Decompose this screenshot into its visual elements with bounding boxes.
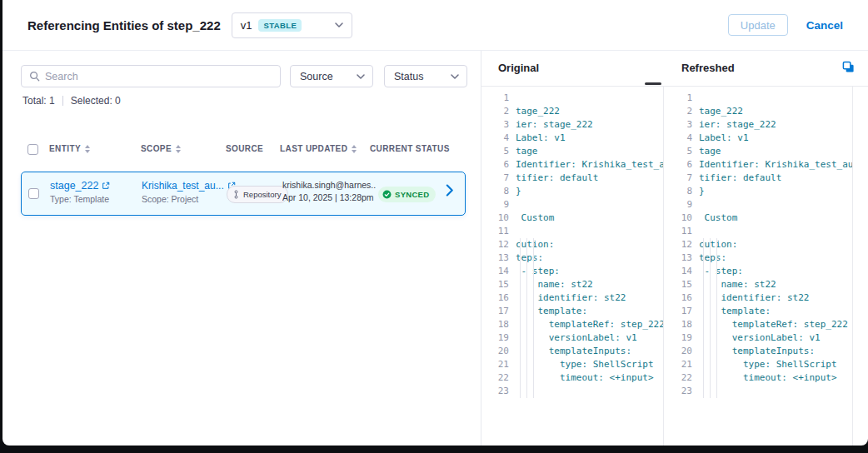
version-select[interactable]: v1 STABLE	[232, 12, 352, 38]
refreshed-code-panel[interactable]: 12tage_2223ier: stage_2224Label: v15tage…	[665, 87, 853, 446]
code-text: - step:	[699, 265, 743, 278]
code-text: tage_222	[516, 105, 560, 118]
column-header-scope: SCOPE	[141, 144, 181, 153]
line-number: 7	[665, 172, 699, 185]
cancel-button[interactable]: Cancel	[806, 14, 843, 36]
select-all-checkbox[interactable]	[27, 144, 38, 155]
code-text: ier: stage_222	[516, 118, 593, 132]
update-button[interactable]: Update	[728, 14, 788, 36]
entity-type: Type: Template	[50, 194, 110, 204]
code-line: 6Identifier: Krishika_test_aut	[481, 158, 663, 172]
code-text: }	[516, 185, 521, 198]
line-number: 11	[665, 225, 699, 238]
code-text: timeout: <+input>	[516, 371, 654, 385]
status-badge: SYNCED	[378, 187, 436, 202]
line-number: 6	[481, 158, 516, 172]
column-header-last-updated: LAST UPDATED	[280, 144, 357, 153]
code-line: 20 templateInputs:	[665, 345, 852, 358]
sort-icon[interactable]	[85, 145, 90, 153]
code-text: Label: v1	[699, 132, 749, 145]
copy-icon[interactable]	[842, 61, 855, 73]
scope-link[interactable]: Krishika_test_au...	[142, 180, 236, 192]
code-text: Label: v1	[516, 132, 566, 145]
table-row[interactable]: stage_222 Type: Template Krishika_test_a…	[21, 172, 466, 216]
line-number: 18	[481, 318, 516, 331]
code-text: Custom	[699, 212, 737, 225]
updated-by: krishika.singh@harnes...	[282, 180, 376, 190]
table-header: ENTITY SCOPE SOURCE LAST UPDATED CURRENT…	[2, 144, 481, 159]
code-text: Identifier: Krishika_test_aut	[699, 158, 853, 172]
status-filter-select[interactable]: Status	[384, 65, 467, 87]
code-line: 14 - step:	[665, 265, 852, 278]
code-text: templateRef: step_222	[516, 318, 664, 331]
code-text: ier: stage_222	[699, 118, 776, 132]
status-filter-label: Status	[394, 71, 423, 82]
version-label: v1	[241, 19, 252, 32]
code-line: 17 template:	[481, 305, 663, 318]
code-line: 18 templateRef: step_222	[481, 318, 663, 331]
line-number: 6	[665, 158, 699, 172]
line-number: 4	[665, 132, 699, 145]
stable-badge: STABLE	[258, 19, 302, 32]
line-number: 7	[481, 172, 516, 185]
code-line: 23	[481, 385, 663, 398]
external-link-icon	[102, 182, 110, 190]
code-line: 9	[665, 198, 852, 212]
updated-at: Apr 10, 2025 | 13:28pm	[282, 192, 376, 202]
referencing-entities-modal: Referencing Entities of step_222 v1 STAB…	[2, 0, 868, 446]
entities-panel: Source Status Total: 1 Selected: 0	[2, 51, 481, 446]
code-line: 6Identifier: Krishika_test_aut	[665, 158, 852, 172]
original-title: Original	[498, 62, 539, 74]
sort-icon[interactable]	[176, 145, 181, 153]
indent-guide	[716, 238, 717, 398]
code-line: 5tage	[665, 145, 852, 158]
source-filter-select[interactable]: Source	[290, 65, 373, 87]
scope-cell: Krishika_test_au... Scope: Project	[142, 180, 236, 204]
modal-title: Referencing Entities of step_222	[27, 18, 221, 32]
sort-icon[interactable]	[352, 145, 357, 153]
modal-header: Referencing Entities of step_222 v1 STAB…	[2, 0, 868, 51]
line-number: 10	[665, 212, 699, 225]
diff-header: Original Refreshed	[481, 51, 868, 87]
line-number: 22	[665, 371, 699, 385]
code-line: 22 timeout: <+input>	[481, 371, 663, 385]
line-number: 1	[481, 92, 516, 105]
search-icon	[29, 71, 40, 82]
line-number: 3	[481, 118, 516, 132]
search-input[interactable]	[45, 71, 272, 82]
code-text: type: ShellScript	[516, 358, 654, 371]
line-number: 23	[481, 385, 516, 398]
chevron-right-icon[interactable]	[446, 184, 453, 197]
line-number: 8	[481, 185, 516, 198]
code-line: 12cution:	[665, 238, 852, 251]
indent-guide	[710, 238, 711, 398]
code-line: 5tage	[481, 145, 663, 158]
line-number: 16	[481, 291, 516, 305]
indent-guide	[703, 238, 704, 398]
summary-divider	[62, 96, 63, 106]
original-code-panel[interactable]: 12tage_2223ier: stage_2224Label: v15tage…	[481, 87, 664, 446]
indent-guide	[533, 238, 534, 398]
code-line: 4Label: v1	[665, 132, 852, 145]
line-number: 15	[665, 278, 699, 291]
entity-link[interactable]: stage_222	[50, 180, 110, 192]
code-line: 19 versionLabel: v1	[481, 331, 663, 345]
code-text: templateRef: step_222	[699, 318, 848, 331]
code-line: 10 Custom	[665, 212, 852, 225]
line-number: 13	[481, 251, 516, 265]
total-count: Total: 1	[22, 95, 55, 107]
line-number: 5	[481, 145, 516, 158]
code-line: 2tage_222	[481, 105, 663, 118]
check-circle-icon	[382, 190, 392, 199]
line-number: 5	[665, 145, 699, 158]
code-text: type: ShellScript	[699, 358, 837, 371]
diff-panel: Original Refreshed 12tage_2223ier: stage…	[481, 51, 868, 446]
code-line: 16 identifier: st22	[665, 291, 852, 305]
horizontal-scrollbar-thumb[interactable]	[645, 82, 661, 85]
code-text: Custom	[516, 212, 554, 225]
row-checkbox[interactable]	[28, 188, 39, 199]
line-number: 3	[665, 118, 699, 132]
chevron-down-icon	[357, 74, 365, 79]
line-number: 20	[481, 345, 516, 358]
line-number: 16	[665, 291, 699, 305]
